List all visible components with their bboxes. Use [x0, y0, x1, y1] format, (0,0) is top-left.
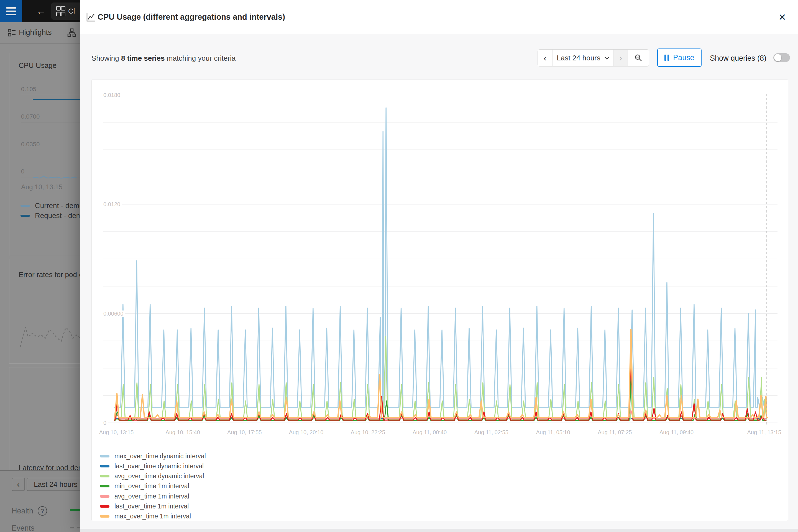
series-max-over-time-dynamic-interval — [114, 108, 766, 407]
x-axis-tick: Aug 10, 17:55 — [211, 429, 278, 436]
time-back-button[interactable]: ‹ — [12, 478, 25, 491]
legend-swatch — [100, 505, 110, 508]
y-axis-tick: 0.0180 — [103, 92, 122, 98]
show-queries-label: Show queries (8) — [710, 41, 766, 75]
modal-bottom-strip — [80, 529, 798, 532]
chart-card: 0.01800.01200.006000 Aug 10, 13:15Aug 10… — [92, 79, 788, 521]
x-axis-tick: Aug 10, 20:10 — [273, 429, 339, 436]
axis-tick: 0.105 — [21, 86, 36, 93]
y-axis-tick: 0.0120 — [103, 201, 122, 208]
series-summary: Showing 8 time series matching your crit… — [92, 41, 235, 75]
legend-item[interactable]: last_over_time 1m interval — [100, 501, 189, 512]
modal-title: CPU Usage (different aggregations and in… — [97, 0, 285, 34]
legend-item[interactable]: last_over_time dynamic interval — [100, 461, 204, 471]
legend-swatch — [100, 515, 110, 518]
legend-item: Request - demo- — [20, 211, 89, 220]
current-line — [33, 173, 80, 180]
back-arrow-button[interactable]: ← — [33, 0, 49, 22]
latency-card: Latency for pod demo — [9, 367, 81, 471]
x-axis-tick: Aug 10, 13:15 — [83, 429, 150, 436]
legend-item[interactable]: avg_over_time 1m interval — [100, 491, 189, 501]
x-axis-tick: Aug 11, 02:55 — [458, 429, 525, 436]
legend-label: avg_over_time 1m interval — [114, 493, 189, 500]
time-range-control: ‹ Last 24 hours › — [537, 49, 649, 66]
events-row: Events — [12, 524, 35, 532]
axis-tick: 0.0700 — [21, 113, 40, 120]
cpu-usage-card: CPU Usage 0.105 0.0700 0.0350 0 Aug 10, … — [9, 53, 81, 256]
time-series-plot[interactable] — [92, 92, 788, 425]
app-root: ← Cl Highlights CPU Usage — [0, 0, 798, 532]
x-axis-tick: Aug 10, 22:25 — [335, 429, 401, 436]
axis-tick: 0.0350 — [21, 141, 40, 148]
legend-label: avg_over_time dynamic interval — [114, 472, 204, 480]
legend-swatch — [20, 215, 30, 217]
y-axis-tick: 0.00600 — [103, 310, 125, 317]
toggle-knob — [774, 54, 781, 61]
x-axis-tick: Aug 11, 05:10 — [520, 429, 586, 436]
error-rate-sparkline — [20, 324, 80, 351]
zoom-out-icon — [634, 54, 642, 62]
legend-label: last_over_time dynamic interval — [114, 462, 204, 470]
health-row: Health ? — [12, 506, 47, 516]
legend-label: min_over_time 1m interval — [114, 482, 189, 490]
line-chart-icon — [86, 12, 96, 22]
legend-item[interactable]: max_over_time 1m interval — [100, 512, 191, 521]
cpu-card-title: CPU Usage — [19, 61, 57, 70]
grid-icon — [56, 6, 64, 16]
chevron-down-icon — [604, 56, 609, 60]
help-icon[interactable]: ? — [38, 506, 47, 516]
time-range-dropdown[interactable]: Last 24 hours — [552, 50, 614, 66]
hamburger-menu-button[interactable] — [0, 0, 22, 22]
previous-range-button[interactable]: ‹ — [538, 50, 552, 66]
legend-item: Current - demo- — [20, 202, 86, 210]
y-axis-tick: 0 — [103, 420, 108, 426]
legend-swatch — [20, 205, 30, 207]
legend-item[interactable]: avg_over_time dynamic interval — [100, 471, 204, 481]
show-queries-toggle[interactable] — [773, 53, 790, 62]
legend-label: last_over_time 1m interval — [114, 502, 189, 510]
legend-swatch — [100, 475, 110, 477]
x-axis-tick: Aug 10, 15:40 — [150, 429, 216, 436]
x-axis-tick: Aug 10, 13:15 — [21, 183, 62, 191]
zoom-out-button[interactable] — [628, 50, 649, 66]
legend-swatch — [100, 495, 110, 498]
legend-swatch — [100, 485, 110, 488]
legend-label: max_over_time dynamic interval — [114, 453, 206, 460]
sitemap-icon[interactable] — [67, 28, 76, 37]
x-axis-tick: Aug 11, 09:40 — [643, 429, 710, 436]
tab-highlights[interactable]: Highlights — [19, 22, 52, 43]
error-rates-card: Error rates for pod c — [9, 259, 81, 363]
x-axis-tick: Aug 11, 00:40 — [397, 429, 463, 436]
close-icon[interactable]: ✕ — [775, 10, 790, 25]
axis-tick: 0 — [21, 168, 24, 175]
chart-modal: CPU Usage (different aggregations and in… — [80, 0, 798, 532]
x-axis-tick: Aug 11, 13:15 — [731, 429, 797, 436]
request-line — [33, 99, 80, 100]
highlights-icon — [8, 28, 16, 37]
pause-icon — [664, 55, 669, 61]
x-axis-tick: Aug 11, 07:25 — [582, 429, 648, 436]
legend-swatch — [100, 465, 110, 468]
legend-label: max_over_time 1m interval — [114, 513, 191, 520]
tab-label: Cl — [68, 7, 75, 16]
error-card-title: Error rates for pod c — [19, 270, 82, 279]
next-range-button[interactable]: › — [614, 50, 628, 66]
legend-item[interactable]: min_over_time 1m interval — [100, 481, 189, 491]
legend-swatch — [100, 455, 110, 457]
modal-header: CPU Usage (different aggregations and in… — [80, 0, 798, 34]
pause-button[interactable]: Pause — [657, 49, 702, 67]
legend-item[interactable]: max_over_time dynamic interval — [100, 451, 206, 461]
